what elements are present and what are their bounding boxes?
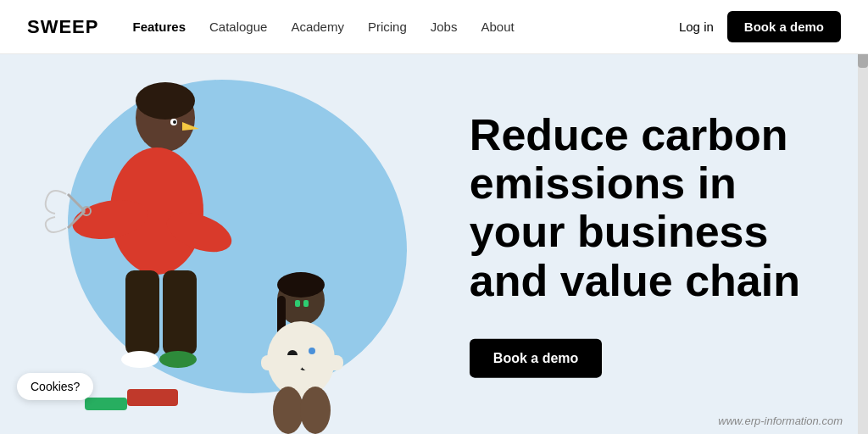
hero-content: Reduce carbon emissions in your business… — [470, 111, 800, 378]
svg-rect-21 — [303, 300, 309, 307]
svg-rect-12 — [163, 270, 197, 355]
nav-academy[interactable]: Academy — [291, 19, 344, 34]
svg-point-13 — [121, 351, 159, 368]
svg-point-18 — [277, 272, 325, 298]
svg-rect-27 — [301, 355, 343, 370]
nav-menu: Features Catalogue Academy Pricing Jobs … — [132, 19, 678, 34]
svg-point-4 — [173, 120, 176, 124]
navbar: SWEEP Features Catalogue Academy Pricing… — [0, 0, 868, 54]
svg-point-28 — [273, 387, 303, 434]
navbar-actions: Log in Book a demo — [679, 11, 841, 42]
book-demo-button-nav[interactable]: Book a demo — [727, 11, 841, 42]
svg-point-1 — [136, 82, 195, 120]
hero-headline: Reduce carbon emissions in your business… — [470, 111, 800, 305]
svg-point-14 — [159, 351, 197, 368]
watermark: www.erp-information.com — [718, 415, 843, 427]
svg-point-25 — [309, 348, 315, 354]
hero-section: Reduce carbon emissions in your business… — [0, 54, 868, 434]
logo: SWEEP — [27, 16, 98, 38]
svg-rect-20 — [295, 300, 300, 307]
book-demo-button-hero[interactable]: Book a demo — [470, 338, 602, 377]
login-button[interactable]: Log in — [679, 19, 714, 34]
nav-pricing[interactable]: Pricing — [368, 19, 407, 34]
svg-rect-26 — [261, 355, 303, 370]
svg-point-29 — [300, 387, 331, 434]
svg-rect-11 — [125, 270, 159, 355]
svg-rect-16 — [85, 398, 127, 410]
cookies-popup[interactable]: Cookies? — [17, 373, 93, 400]
scrollbar[interactable] — [858, 0, 868, 434]
nav-catalogue[interactable]: Catalogue — [209, 19, 267, 34]
nav-features[interactable]: Features — [132, 19, 186, 34]
nav-jobs[interactable]: Jobs — [431, 19, 458, 34]
nav-about[interactable]: About — [481, 19, 514, 34]
svg-rect-15 — [127, 389, 178, 406]
